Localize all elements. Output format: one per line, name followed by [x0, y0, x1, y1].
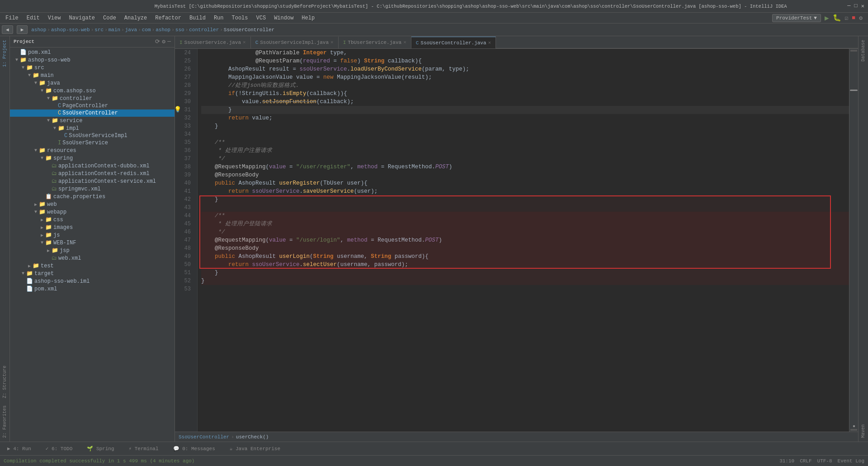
tree-item-pom2[interactable]: 📄 pom.xml [10, 285, 175, 293]
database-panel-tab[interactable]: Database [860, 36, 867, 65]
bc-src[interactable]: src [94, 27, 104, 33]
close-button[interactable]: ✕ [861, 3, 864, 10]
tab-close-icon[interactable]: × [243, 40, 246, 45]
tree-item-cache-props[interactable]: 📋 cache.properties [10, 193, 175, 200]
menu-file[interactable]: File [2, 14, 22, 22]
line-ending[interactable]: CRLF [800, 458, 811, 464]
sync-icon[interactable]: ⟳ [155, 38, 160, 45]
bottom-spring-tab[interactable]: 🌱 Spring [83, 445, 118, 452]
nav-back-button[interactable]: ◀ [2, 25, 13, 34]
sidebar-icons[interactable]: ⟳ ⚙ — [155, 38, 171, 45]
menu-analyze[interactable]: Analyze [121, 14, 151, 22]
tree-item-impl[interactable]: ▼ 📁 impl [10, 124, 175, 132]
tree-item-images[interactable]: ▶ 📁 images [10, 223, 175, 231]
bottom-messages-tab[interactable]: 💬 0: Messages [170, 445, 219, 452]
tab-close-icon[interactable]: × [403, 40, 406, 45]
project-panel-tab[interactable]: 1: Project [1, 36, 8, 71]
tab-SsoUserServiceImpl[interactable]: C SsoUserServiceImpl.java × [251, 37, 339, 48]
bc-com[interactable]: com [142, 27, 151, 33]
run-coverage-button[interactable]: ☑ [845, 14, 849, 22]
tree-item-controller[interactable]: ▼ 📁 controller [10, 95, 175, 102]
tree-item-webapp[interactable]: ▼ 📁 webapp [10, 208, 175, 216]
tree-item-iml[interactable]: 📄 ashop-sso-web.iml [10, 277, 175, 285]
tree-item-service[interactable]: ▼ 📁 service [10, 117, 175, 124]
maximize-button[interactable]: □ [854, 3, 858, 10]
structure-panel-tab[interactable]: Z: Structure [1, 362, 8, 402]
menu-build[interactable]: Build [186, 14, 209, 22]
menu-tools[interactable]: Tools [228, 14, 252, 22]
encoding[interactable]: UTF-8 [817, 458, 832, 464]
tree-item-SsoUserController[interactable]: C SsoUserController [10, 109, 175, 117]
bottom-run-tab[interactable]: ▶ 4: Run [4, 445, 35, 452]
code-editor[interactable]: 24 25 26 27 28 29 30 💡 31 32 33 34 35 36… [175, 49, 858, 432]
tree-item-jsp[interactable]: ▶ 📁 jsp [10, 247, 175, 254]
caret-position[interactable]: 31:10 [779, 458, 794, 464]
menu-edit[interactable]: Edit [23, 14, 43, 22]
tree-item-resources[interactable]: ▼ 📁 resources [10, 147, 175, 154]
code-content[interactable]: @PathVariable Integer type, @RequestPara… [198, 49, 849, 432]
menu-view[interactable]: View [44, 14, 65, 22]
tree-item-web-xml[interactable]: 🗂 web.xml [10, 254, 175, 262]
tree-item-web[interactable]: ▶ 📁 web [10, 200, 175, 208]
bulb-icon[interactable]: 💡 [175, 106, 181, 114]
menu-help[interactable]: Help [298, 14, 318, 22]
tree-item-com-ashop-sso[interactable]: ▼ 📁 com.ashop.sso [10, 87, 175, 95]
line-numbers: 24 25 26 27 28 29 30 💡 31 32 33 34 35 36… [175, 49, 198, 432]
tree-item-SsoUserServiceImpl[interactable]: C SsoUserServiceImpl [10, 132, 175, 139]
bc-ashop[interactable]: ashop [31, 27, 46, 33]
bc-sso[interactable]: sso [175, 27, 184, 33]
debug-button[interactable]: 🐛 [833, 14, 841, 22]
tree-item-target[interactable]: ▼ 📁 target [10, 270, 175, 277]
bottom-enterprise-tab[interactable]: ☕ Java Enterprise [226, 445, 284, 452]
tree-item-SsoUserService[interactable]: I SsoUserService [10, 139, 175, 147]
event-log[interactable]: Event Log [838, 458, 864, 464]
nav-forward-button[interactable]: ▶ [17, 25, 28, 34]
bc-ashop-sso-web[interactable]: ashop-sso-web [51, 27, 90, 33]
stop-button[interactable]: ■ [852, 14, 855, 21]
bc-ashop2[interactable]: ashop [156, 27, 170, 33]
tree-item-pom-root[interactable]: 📄 pom.xml [10, 48, 175, 56]
tree-item-ashop-sso-web[interactable]: ▼ 📁 ashop-sso-web [10, 56, 175, 64]
menu-run[interactable]: Run [210, 14, 227, 22]
run-config-selector[interactable]: ProviderTest ▼ [772, 14, 821, 22]
tree-label: css [53, 217, 63, 223]
props-file-icon: 📋 [45, 193, 52, 200]
tab-SsoUserController[interactable]: C SsoUserController.java × [411, 37, 496, 48]
minimize-button[interactable]: ─ [847, 3, 850, 10]
tree-item-test[interactable]: ▶ 📁 test [10, 262, 175, 270]
tree-item-ctx-service[interactable]: 🗂 applicationContext-service.xml [10, 177, 175, 185]
tree-item-springmvc[interactable]: 🗂 springmvc.xml [10, 185, 175, 193]
bottom-todo-tab[interactable]: ✓ 6: TODO [42, 445, 76, 452]
tree-item-js[interactable]: ▶ 📁 js [10, 231, 175, 239]
tree-item-css[interactable]: ▶ 📁 css [10, 216, 175, 223]
favorites-panel-tab[interactable]: 2: Favorites [1, 402, 8, 442]
bc-controller[interactable]: controller [189, 27, 219, 33]
menu-window[interactable]: Window [270, 14, 297, 22]
tree-item-ctx-dubbo[interactable]: 🗂 applicationContext-dubbo.xml [10, 162, 175, 170]
settings-icon[interactable]: ⚙ [162, 38, 165, 45]
tree-item-webinf[interactable]: ▼ 📁 WEB-INF [10, 239, 175, 247]
tree-item-ctx-redis[interactable]: 🗂 applicationContext-redis.xml [10, 170, 175, 177]
bc-main[interactable]: main [108, 27, 120, 33]
menu-navigate[interactable]: Navigate [65, 14, 99, 22]
window-controls[interactable]: ─ □ ✕ [847, 3, 864, 10]
tree-item-main[interactable]: ▼ 📁 main [10, 71, 175, 79]
tree-item-java[interactable]: ▼ 📁 java [10, 79, 175, 87]
tab-TbUserService[interactable]: I TbUserService.java × [339, 37, 411, 48]
menu-vcs[interactable]: VCS [253, 14, 270, 22]
tree-item-spring[interactable]: ▼ 📁 spring [10, 154, 175, 162]
menu-code[interactable]: Code [99, 14, 120, 22]
menu-refactor[interactable]: Refactor [151, 14, 185, 22]
run-button[interactable]: ▶ [825, 14, 829, 23]
collapse-icon[interactable]: — [167, 38, 171, 45]
bottom-terminal-tab[interactable]: ⚡ Terminal [125, 445, 162, 452]
footer-bc-controller[interactable]: SsoUserController [179, 434, 229, 440]
maven-panel-tab[interactable]: Maven [860, 421, 867, 442]
tab-SsoUserService[interactable]: I SsoUserService.java × [175, 37, 251, 48]
tab-close-icon[interactable]: × [330, 40, 334, 45]
bc-java[interactable]: java [125, 27, 137, 33]
tree-label: SsoUserServiceImpl [69, 133, 127, 139]
tree-item-PageController[interactable]: C PageController [10, 102, 175, 109]
tree-item-src[interactable]: ▼ 📁 src [10, 64, 175, 71]
tab-close-icon[interactable]: × [488, 40, 491, 46]
